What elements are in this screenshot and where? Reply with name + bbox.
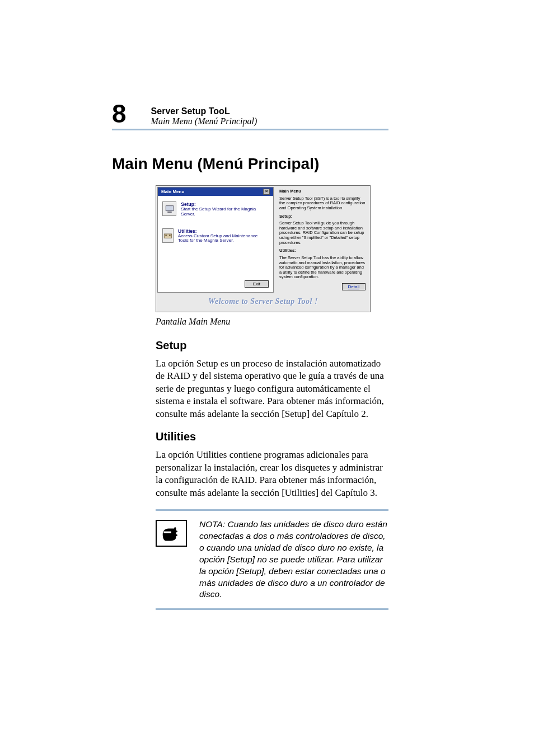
section-heading-main: Main Menu (Menú Principal) — [112, 155, 388, 173]
welcome-text: Welcome to Server Setup Tool ! — [208, 297, 318, 306]
menu-item-text: Setup: Start the Setup Wizard for the Ma… — [181, 201, 269, 217]
header-subtitle: Main Menu (Menú Principal) — [151, 116, 257, 126]
utilities-icon — [162, 228, 174, 243]
header-text: Server Setup TooL Main Menu (Menú Princi… — [151, 106, 257, 126]
help-paragraph: Server Setup Tool will guide you through… — [279, 221, 366, 245]
subsection-heading-setup: Setup — [156, 339, 388, 352]
figure-caption: Pantalla Main Menu — [156, 317, 388, 327]
menu-item-desc: Start the Setup Wizard for the Magnia Se… — [181, 207, 269, 217]
header-title: Server Setup TooL — [151, 106, 257, 116]
body-paragraph: La opción Utilities contiene programas a… — [156, 449, 388, 499]
help-footer: Detail — [279, 283, 366, 290]
menu-item-utilities[interactable]: Utilities: Access Custom Setup and Maint… — [162, 228, 269, 244]
menu-list: Setup: Start the Setup Wizard for the Ma… — [158, 196, 273, 292]
help-paragraph: Server Setup Tool (SST) is a tool to sim… — [279, 196, 366, 211]
help-paragraph: The Server Setup Tool has the ability to… — [279, 256, 366, 280]
help-pane: Main Menu Server Setup Tool (SST) is a t… — [275, 186, 370, 294]
help-subheading-setup: Setup: — [279, 214, 366, 219]
svg-rect-0 — [166, 206, 174, 211]
svg-rect-3 — [166, 234, 167, 236]
window-titlebar: Main Menu × — [158, 187, 273, 196]
welcome-banner: Welcome to Server Setup Tool ! — [156, 294, 370, 312]
svg-rect-4 — [169, 234, 170, 236]
svg-rect-1 — [167, 212, 172, 213]
note-block: NOTA: Cuando las unidades de disco duro … — [156, 519, 388, 600]
screenshot-window: Main Menu × Setup: Start the Setup Wizar… — [156, 185, 371, 312]
menu-item-text: Utilities: Access Custom Setup and Maint… — [178, 228, 269, 244]
svg-rect-5 — [163, 532, 171, 533]
subsection-heading-utilities: Utilities — [156, 430, 388, 443]
page: 8 Server Setup TooL Main Menu (Menú Prin… — [0, 0, 534, 756]
exit-row: Exit — [162, 275, 269, 288]
menu-item-setup[interactable]: Setup: Start the Setup Wizard for the Ma… — [162, 201, 269, 217]
page-number: 8 — [112, 101, 127, 126]
note-rule-top — [156, 509, 388, 511]
help-subheading-utilities: Utilities: — [279, 248, 366, 253]
running-header: 8 Server Setup TooL Main Menu (Menú Prin… — [112, 101, 388, 130]
setup-icon — [162, 201, 176, 216]
screenshot-body: Main Menu × Setup: Start the Setup Wizar… — [156, 186, 370, 294]
body-paragraph: La opción Setup es un proceso de instala… — [156, 358, 388, 420]
svg-rect-2 — [164, 234, 172, 238]
note-rule-bottom — [156, 608, 388, 610]
main-menu-pane: Main Menu × Setup: Start the Setup Wizar… — [157, 187, 274, 293]
screenshot-figure: Main Menu × Setup: Start the Setup Wizar… — [156, 185, 388, 312]
close-icon[interactable]: × — [263, 189, 270, 195]
note-text: NOTA: Cuando las unidades de disco duro … — [199, 519, 388, 600]
note-hand-icon — [156, 520, 187, 547]
help-heading: Main Menu — [279, 189, 366, 194]
menu-item-desc: Access Custom Setup and Maintenance Tool… — [178, 234, 269, 244]
detail-button[interactable]: Detail — [342, 283, 366, 290]
window-title: Main Menu — [161, 189, 184, 194]
exit-button[interactable]: Exit — [245, 280, 269, 288]
